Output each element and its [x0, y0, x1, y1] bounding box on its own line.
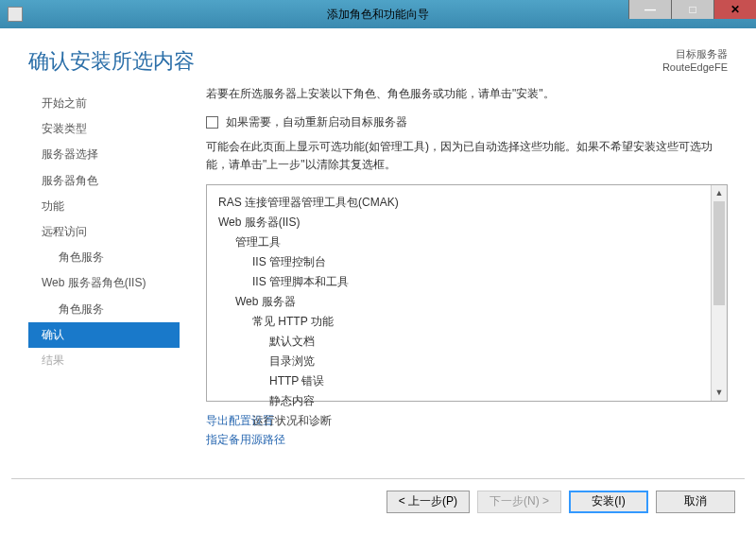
cancel-button[interactable]: 取消	[656, 491, 735, 513]
sidebar: 开始之前安装类型服务器选择服务器角色功能远程访问角色服务Web 服务器角色(II…	[28, 85, 180, 473]
sidebar-item[interactable]: 服务器角色	[28, 168, 180, 194]
feature-item: Web 服务器(IIS)	[218, 213, 708, 233]
minimize-button[interactable]: —	[628, 0, 671, 19]
feature-item: 默认文档	[269, 332, 708, 352]
maximize-button[interactable]: □	[671, 0, 713, 19]
feature-item: 静态内容	[269, 391, 708, 411]
sidebar-item[interactable]: 远程访问	[28, 219, 180, 245]
feature-list: RAS 连接管理器管理工具包(CMAK)Web 服务器(IIS)管理工具IIS …	[207, 185, 727, 439]
sidebar-item[interactable]: 安装类型	[28, 116, 180, 142]
restart-checkbox-label: 如果需要，自动重新启动目标服务器	[226, 114, 407, 130]
server-name: RouteEdgeFE	[662, 60, 728, 74]
close-button[interactable]: ✕	[713, 0, 756, 19]
feature-item: 运行状况和诊断	[252, 411, 708, 431]
sidebar-item[interactable]: 角色服务	[28, 297, 180, 322]
feature-item: 管理工具	[235, 233, 708, 252]
scroll-track[interactable]	[712, 201, 727, 385]
window-controls: — □ ✕	[628, 0, 756, 28]
prev-button[interactable]: < 上一步(P)	[387, 491, 470, 513]
sidebar-item: 结果	[28, 348, 180, 373]
feature-item: HTTP 错误	[269, 371, 708, 391]
main-area: 开始之前安装类型服务器选择服务器角色功能远程访问角色服务Web 服务器角色(II…	[0, 85, 756, 473]
feature-item: Web 服务器	[235, 292, 708, 312]
scroll-down-icon[interactable]: ▼	[712, 385, 727, 401]
instruction-1: 若要在所选服务器上安装以下角色、角色服务或功能，请单击"安装"。	[206, 85, 728, 103]
server-info: 目标服务器 RouteEdgeFE	[662, 47, 728, 75]
feature-item: IIS 管理控制台	[252, 252, 708, 272]
sidebar-item[interactable]: 功能	[28, 194, 180, 219]
page-title: 确认安装所选内容	[28, 47, 195, 76]
sidebar-item[interactable]: 开始之前	[28, 91, 180, 116]
sidebar-item[interactable]: 确认	[28, 322, 180, 348]
feature-list-box: RAS 连接管理器管理工具包(CMAK)Web 服务器(IIS)管理工具IIS …	[206, 184, 728, 402]
window-title: 添加角色和功能向导	[327, 7, 429, 23]
sidebar-item[interactable]: Web 服务器角色(IIS)	[28, 270, 180, 296]
scrollbar[interactable]: ▲ ▼	[711, 185, 727, 401]
feature-item: IIS 管理脚本和工具	[252, 272, 708, 292]
titlebar: 添加角色和功能向导 — □ ✕	[0, 0, 756, 28]
header: 确认安装所选内容 目标服务器 RouteEdgeFE	[0, 28, 756, 85]
feature-item: 常见 HTTP 功能	[252, 312, 708, 332]
sidebar-item[interactable]: 服务器选择	[28, 142, 180, 167]
app-icon	[8, 7, 23, 22]
content: 若要在所选服务器上安装以下角色、角色服务或功能，请单击"安装"。 如果需要，自动…	[180, 85, 747, 473]
scroll-up-icon[interactable]: ▲	[712, 185, 727, 201]
sidebar-item[interactable]: 角色服务	[28, 245, 180, 270]
restart-checkbox[interactable]	[206, 116, 218, 129]
footer: < 上一步(P) 下一步(N) > 安装(I) 取消	[11, 478, 745, 524]
restart-checkbox-row[interactable]: 如果需要，自动重新启动目标服务器	[206, 114, 728, 130]
instruction-2: 可能会在此页面上显示可选功能(如管理工具)，因为已自动选择这些功能。如果不希望安…	[206, 138, 728, 174]
feature-item: RAS 连接管理器管理工具包(CMAK)	[218, 193, 708, 213]
install-button[interactable]: 安装(I)	[569, 491, 648, 513]
scroll-thumb[interactable]	[713, 201, 725, 305]
server-label: 目标服务器	[662, 47, 728, 60]
next-button: 下一步(N) >	[477, 491, 561, 513]
feature-item: 目录浏览	[269, 352, 708, 371]
